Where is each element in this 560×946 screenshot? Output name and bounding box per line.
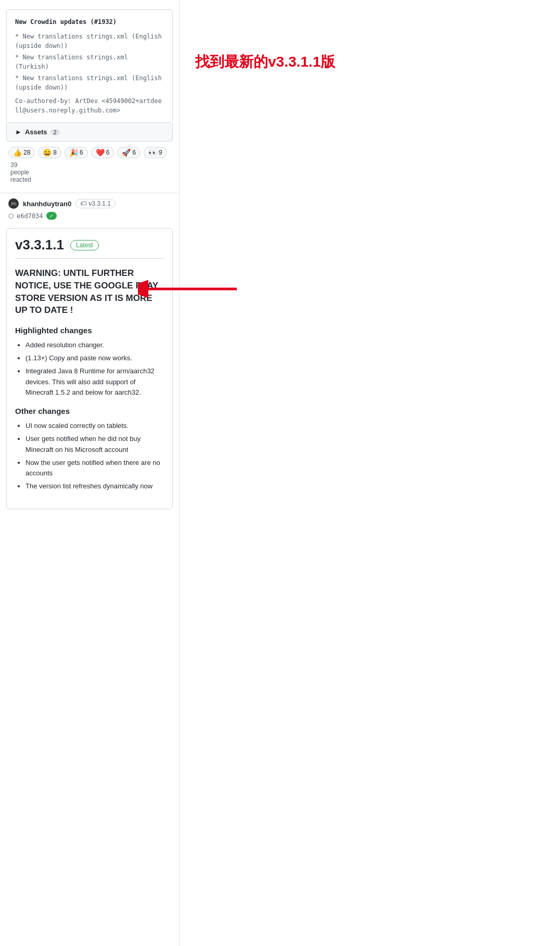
- release-meta-row: 🎮 khanhduytran0 🏷 v3.3.1.1: [0, 193, 179, 211]
- eyes-emoji: 👀: [148, 148, 157, 157]
- heart-count: 6: [106, 149, 110, 156]
- release-card: v3.3.1.1 Latest WARNING: UNTIL FURTHER N…: [6, 228, 173, 509]
- highlighted-item-2: (1.13+) Copy and paste now works.: [26, 353, 164, 364]
- red-arrow-icon: [138, 276, 242, 302]
- left-panel: New Crowdin updates (#1932) * New transl…: [0, 0, 180, 946]
- other-item-4: The version list refreshes dynamically n…: [26, 481, 164, 492]
- rocket-count: 6: [132, 149, 136, 156]
- commit-line-3: * New translations strings.xml (English …: [15, 73, 164, 92]
- highlighted-item-1: Added resolution changer.: [26, 340, 164, 351]
- commit-hash[interactable]: e6d7034: [17, 212, 43, 220]
- release-header: v3.3.1.1 Latest: [7, 229, 172, 258]
- triangle-icon: ►: [15, 128, 22, 136]
- smile-emoji: 😄: [43, 148, 52, 157]
- other-item-1: UI now scaled correctly on tablets.: [26, 421, 164, 432]
- other-changes-list: UI now scaled correctly on tablets. User…: [15, 421, 164, 492]
- reaction-heart[interactable]: ❤️ 6: [91, 147, 114, 158]
- red-arrow-container: [138, 276, 242, 302]
- eyes-count: 9: [159, 149, 162, 156]
- commit-icon: ⬡: [8, 212, 14, 220]
- commit-ref-row: ⬡ e6d7034 ✓: [0, 211, 179, 224]
- assets-label: Assets: [25, 128, 47, 136]
- latest-badge: Latest: [70, 240, 99, 250]
- release-version: v3.3.1.1: [15, 237, 64, 253]
- assets-section: ► Assets 2: [6, 123, 173, 142]
- reactions-row: 👍 28 😄 8 🎉 6 ❤️ 6 🚀 6 👀 9: [0, 142, 179, 188]
- other-item-3: Now the user gets notified when there ar…: [26, 458, 164, 480]
- reaction-tada[interactable]: 🎉 6: [65, 147, 88, 158]
- commit-line-1: * New translations strings.xml (English …: [15, 32, 164, 51]
- commit-title: New Crowdin updates (#1932): [15, 17, 164, 27]
- rocket-emoji: 🚀: [122, 148, 131, 157]
- other-changes-title: Other changes: [15, 407, 164, 415]
- reaction-smile[interactable]: 😄 8: [38, 147, 61, 158]
- highlighted-changes-list: Added resolution changer. (1.13+) Copy a…: [15, 340, 164, 398]
- commit-coauthor: Co-authored-by: ArtDev <45949002+artdeel…: [15, 96, 164, 115]
- commit-card: New Crowdin updates (#1932) * New transl…: [6, 9, 173, 123]
- tag-icon: 🏷: [80, 200, 86, 207]
- tada-count: 6: [80, 149, 83, 156]
- reaction-rocket[interactable]: 🚀 6: [117, 147, 141, 158]
- heart-emoji: ❤️: [96, 148, 105, 157]
- highlighted-item-3: Integrated Java 8 Runtime for arm/aarch3…: [26, 366, 164, 398]
- other-item-2: User gets notified when he did not buy M…: [26, 434, 164, 456]
- tada-emoji: 🎉: [69, 148, 78, 157]
- smile-count: 8: [53, 149, 57, 156]
- thumbsup-emoji: 👍: [13, 148, 22, 157]
- author-username[interactable]: khanhduytran0: [23, 200, 71, 208]
- right-panel: 找到最新的v3.3.1.1版: [180, 0, 560, 946]
- reaction-thumbsup[interactable]: 👍 28: [8, 147, 35, 158]
- annotation-text: 找到最新的v3.3.1.1版: [195, 52, 544, 72]
- reactions-meta: 39peoplereacted: [10, 161, 31, 183]
- assets-count: 2: [50, 129, 60, 135]
- tag-name: v3.3.1.1: [88, 200, 111, 207]
- assets-toggle[interactable]: ► Assets 2: [15, 128, 164, 136]
- verified-badge: ✓: [46, 212, 57, 220]
- thumbsup-count: 28: [23, 149, 30, 156]
- highlighted-changes-title: Highlighted changes: [15, 326, 164, 335]
- tag-badge: 🏷 v3.3.1.1: [75, 199, 116, 208]
- reaction-eyes[interactable]: 👀 9: [144, 147, 167, 158]
- commit-line-2: * New translations strings.xml (Turkish): [15, 53, 164, 71]
- author-avatar: 🎮: [8, 198, 19, 209]
